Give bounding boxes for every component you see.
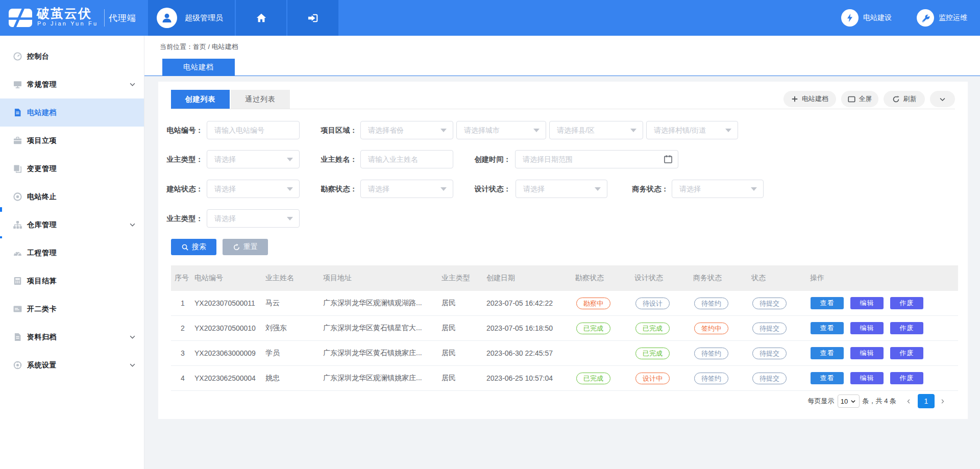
view-button[interactable]: 查看 [811,297,844,309]
column-header-11: 操作 [810,274,958,283]
survey-status-cell: 勘察中 [575,298,634,309]
void-button[interactable]: 作废 [890,322,923,334]
logout-button[interactable] [287,0,338,36]
filter-select-build-status[interactable]: 请选择 [207,180,300,198]
user-menu[interactable]: 超级管理员 [148,0,235,36]
void-button[interactable]: 作废 [890,372,923,384]
per-page-select[interactable]: 10 [838,394,860,408]
filter-select-city[interactable]: 请选择城市 [456,121,546,139]
toolbar-button-label: 刷新 [903,94,917,104]
owner-type: 居民 [442,324,486,333]
page-1-button[interactable]: 1 [918,394,935,408]
toolbar-add-station-button[interactable]: 电站建档 [783,91,836,107]
filter-select-survey-status[interactable]: 请选择 [360,180,453,198]
sidebar-item-label: 开二类卡 [27,305,57,314]
filter-date-create-time[interactable]: 请选择日期范围 [515,150,678,168]
sidebar-item-1[interactable]: 控制台 [0,42,144,70]
edit-button[interactable]: 编辑 [850,322,884,334]
filter-select-province[interactable]: 请选择省份 [360,121,453,139]
void-button[interactable]: 作废 [890,297,923,309]
sidebar-scrollbar-thumb[interactable] [0,207,2,212]
sidebar-item-11[interactable]: 资料归档 [0,323,144,351]
status-badge: 待签约 [694,348,728,359]
reset-button[interactable]: 重置 [223,239,268,255]
prev-page-button[interactable] [906,398,912,405]
view-button[interactable]: 查看 [811,347,844,359]
per-page-value: 10 [841,398,848,405]
fullscreen-icon [848,96,855,103]
archive-icon [13,332,22,342]
reset-button-label: 重置 [243,242,258,252]
nav-monitor-ops[interactable]: 监控运维 [917,0,967,36]
breadcrumb-strip: 当前位置：首页 / 电站建档 电站建档 [144,36,980,76]
sidebar-item-2[interactable]: 常规管理 [0,70,144,98]
tab-create-list[interactable]: 创建列表 [171,90,230,109]
sidebar-item-12[interactable]: 系统设置 [0,351,144,379]
sidebar-item-label: 常规管理 [27,80,57,89]
row-actions: 查看编辑作废 [810,297,958,309]
filter-select-biz-status[interactable]: 请选择 [672,180,764,198]
status-cell: 待提交 [751,298,810,309]
table-row-3: 3YX2023063000009学员广东深圳龙华区黄石镇姚家庄...居民2023… [171,341,958,366]
search-button[interactable]: 搜索 [171,239,216,255]
wrench-icon [917,9,934,27]
copy-icon [13,164,22,174]
edit-button[interactable]: 编辑 [850,372,884,384]
column-header-4: 项目地址 [323,274,442,283]
next-page-button[interactable] [940,398,945,405]
home-button[interactable] [236,0,286,36]
sidebar-item-5[interactable]: 变更管理 [0,155,144,183]
filter-select-owner-type[interactable]: 请选择 [207,150,300,168]
chevron-down-icon [129,81,136,88]
home-icon [256,12,267,23]
sidebar-item-label: 控制台 [27,52,50,61]
toolbar-collapse-button[interactable] [930,91,955,107]
business-status-cell: 待签约 [693,298,751,309]
view-button[interactable]: 查看 [811,372,844,384]
toolbar-fullscreen-button[interactable]: 全屏 [841,91,878,107]
sidebar-scrollbar-thumb-2[interactable] [0,236,2,238]
nav-station-build[interactable]: 电站建设 [841,0,892,36]
sidebar-item-6[interactable]: 电站终止 [0,183,144,211]
search-icon [181,243,189,251]
edit-button[interactable]: 编辑 [850,347,884,359]
sidebar-item-10[interactable]: 开二类卡 [0,295,144,323]
filter-select-village[interactable]: 请选择村镇/街道 [646,121,738,139]
row-actions: 查看编辑作废 [810,372,958,384]
edit-button[interactable]: 编辑 [850,297,884,309]
calendar-icon [663,154,673,166]
sidebar-item-4[interactable]: 项目立项 [0,127,144,155]
sidebar-item-8[interactable]: 工程管理 [0,239,144,267]
view-button[interactable]: 查看 [811,322,844,334]
filter-input-station-code[interactable]: 请输入电站编号 [207,121,300,139]
row-index: 1 [171,299,194,307]
column-header-2: 电站编号 [194,274,265,283]
filter-select-owner-type-2[interactable]: 请选择 [207,209,300,228]
top-header-bar: 超级管理员 电站建设 监控运维 [144,0,980,36]
filter-select-design-status[interactable]: 请选择 [516,180,607,198]
row-index: 2 [171,324,194,332]
void-button[interactable]: 作废 [890,347,923,359]
filter-label-station-code: 电站编号： [137,121,203,139]
filter-input-owner-name[interactable]: 请输入业主姓名 [360,150,453,168]
brand-title: 破茧云伏 [37,5,92,22]
table-row-4: 4YX2023062500004姚忠广东深圳龙华区观澜镇姚家庄...居民2023… [171,366,958,391]
status-badge: 待签约 [694,373,728,384]
toolbar-refresh-button[interactable]: 刷新 [884,91,925,107]
placeholder-text: 请选择城市 [464,121,500,139]
placeholder-text: 请选择日期范围 [523,151,573,168]
design-status-cell: 已完成 [634,348,693,359]
sidebar-item-7[interactable]: 仓库管理 [0,211,144,239]
filter-select-county[interactable]: 请选择县/区 [549,121,643,139]
column-header-7: 勘察状态 [575,274,634,283]
page-tab-station-archive[interactable]: 电站建档 [162,59,235,76]
brand-logo-icon [9,9,32,27]
sidebar-item-3[interactable]: 电站建档 [0,98,144,127]
create-date: 2023-07-05 16:18:50 [486,324,575,332]
per-page-label: 每页显示 [808,397,835,406]
toolbar-divider [171,109,955,109]
sidebar-item-9[interactable]: 项目结算 [0,267,144,295]
column-header-1: 序号 [171,274,194,283]
tab-pass-list[interactable]: 通过列表 [231,90,290,109]
placeholder-text: 请选择村镇/街道 [654,121,706,139]
